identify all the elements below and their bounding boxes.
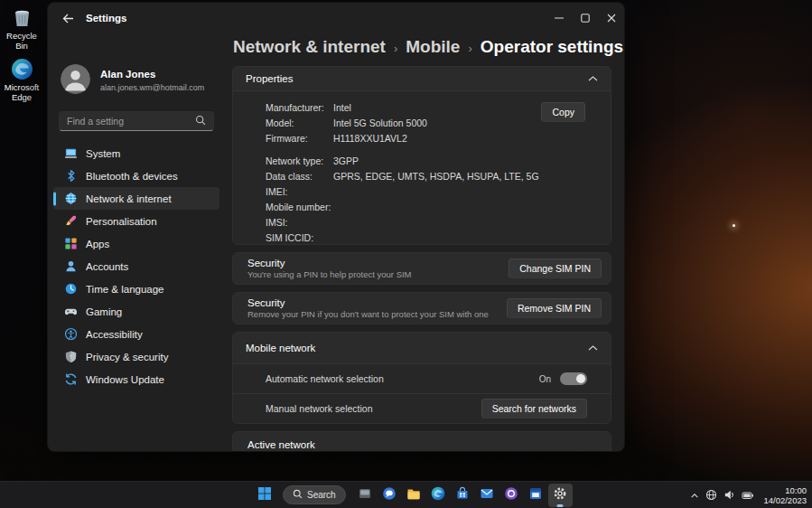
settings-search[interactable]: [59, 111, 214, 131]
store-icon: [455, 486, 470, 504]
user-name[interactable]: Alan Jones: [100, 69, 155, 80]
calendar-icon: [528, 486, 543, 504]
sidebar-item-system[interactable]: System: [53, 142, 219, 165]
edge-button[interactable]: [426, 484, 451, 507]
automatic-network-toggle[interactable]: [560, 372, 587, 385]
search-input[interactable]: [67, 116, 195, 127]
network-globe-icon[interactable]: [705, 489, 717, 501]
start-button[interactable]: [254, 484, 275, 507]
desktop: Recycle Bin Microsoft Edge Settings: [0, 0, 812, 508]
edge-shortcut[interactable]: Microsoft Edge: [0, 58, 43, 102]
sidebar-item-accessibility[interactable]: Accessibility: [53, 323, 219, 345]
desktop-icon-label: Microsoft Edge: [0, 82, 43, 102]
apps-grid-icon: [64, 237, 78, 250]
taskbar-clock[interactable]: 10:00 14/02/2023: [763, 485, 807, 505]
mobile-network-expander-header[interactable]: Mobile network: [233, 333, 611, 363]
breadcrumb-network-internet[interactable]: Network & internet: [233, 37, 386, 57]
security-description: Remove your PIN if you don't want to pro…: [247, 309, 489, 319]
active-network-card: Active network Mobile turned off: [232, 431, 611, 451]
properties-expander-header[interactable]: Properties: [233, 67, 611, 90]
sidebar-item-label: Windows Update: [86, 374, 164, 385]
update-arrows-icon: [64, 372, 78, 386]
clock-icon: [64, 282, 78, 296]
file-explorer-button[interactable]: [402, 484, 426, 507]
search-icon: [195, 113, 206, 129]
breadcrumb-mobile[interactable]: Mobile: [406, 37, 460, 57]
field-label: Data class:: [266, 169, 333, 184]
chat-button[interactable]: [378, 484, 402, 507]
volume-icon[interactable]: [723, 489, 735, 501]
change-sim-pin-button[interactable]: Change SIM PIN: [509, 259, 602, 278]
sidebar-item-network[interactable]: Network & internet: [53, 187, 219, 210]
field-value: H1118XXU1AVL2: [333, 131, 407, 146]
property-row: Mobile number:: [266, 200, 598, 215]
hidden-icons-chevron-icon[interactable]: [690, 492, 699, 499]
field-label: IMSI:: [266, 215, 333, 230]
settings-window: Settings Alan Jones alan.jones.wm@hotmai…: [47, 2, 625, 452]
field-label: Firmware:: [266, 131, 333, 146]
settings-taskbar-button[interactable]: [548, 484, 573, 507]
sidebar-item-label: Accounts: [86, 261, 128, 272]
calendar-button[interactable]: [524, 484, 548, 507]
chat-icon: [382, 486, 397, 504]
user-avatar[interactable]: [61, 64, 90, 94]
security-remove-pin-card: Security Remove your PIN if you don't wa…: [232, 292, 611, 325]
caption-buttons: [546, 3, 624, 33]
store-button[interactable]: [451, 484, 475, 507]
sidebar-item-gaming[interactable]: Gaming: [53, 300, 219, 323]
sidebar-item-windows-update[interactable]: Windows Update: [53, 368, 219, 390]
photos-button[interactable]: [499, 484, 524, 507]
toggle-state-label: On: [539, 374, 551, 384]
sidebar-item-label: Gaming: [86, 306, 122, 317]
property-row: IMSI:: [266, 215, 598, 230]
sidebar-item-label: Accessibility: [86, 329, 143, 340]
recycle-bin-shortcut[interactable]: Recycle Bin: [0, 6, 43, 51]
property-row: Network type:3GPP: [266, 154, 598, 169]
chevron-right-icon: ›: [394, 40, 397, 55]
maximize-button[interactable]: [572, 3, 598, 33]
manual-network-row: Manual network selection Search for netw…: [233, 393, 611, 423]
search-for-networks-button[interactable]: Search for networks: [481, 399, 587, 419]
edge-icon: [431, 486, 445, 504]
settings-sidebar: Alan Jones alan.jones.wm@hotmail.com Sys…: [48, 33, 232, 451]
task-view-button[interactable]: [353, 484, 378, 507]
property-row: Data class:GPRS, EDGE, UMTS, HSDPA, HSUP…: [266, 169, 598, 184]
taskbar-center: Search: [254, 482, 573, 508]
minimize-button[interactable]: [546, 3, 572, 33]
copy-button[interactable]: Copy: [541, 102, 585, 122]
close-button[interactable]: [598, 3, 624, 33]
sidebar-item-bluetooth[interactable]: Bluetooth & devices: [53, 165, 219, 187]
user-email: alan.jones.wm@hotmail.com: [100, 83, 204, 92]
sidebar-item-label: Privacy & security: [86, 352, 168, 362]
taskbar: Search: [0, 481, 812, 508]
photos-icon: [504, 486, 518, 504]
system-tray: 10:00 14/02/2023: [690, 482, 807, 508]
property-row: IMEI:: [266, 184, 598, 200]
gamepad-icon: [64, 305, 78, 318]
sidebar-item-time-language[interactable]: Time & language: [53, 278, 219, 300]
active-network-title: Active network: [247, 439, 596, 450]
field-value: 3GPP: [333, 154, 359, 169]
back-button[interactable]: [55, 7, 80, 29]
security-title: Security: [247, 258, 412, 268]
security-change-pin-card: Security You're using a PIN to help prot…: [232, 252, 611, 285]
globe-icon: [64, 192, 78, 205]
taskbar-search[interactable]: Search: [283, 485, 346, 504]
sidebar-item-privacy[interactable]: Privacy & security: [53, 345, 219, 368]
sidebar-item-apps[interactable]: Apps: [53, 232, 219, 255]
battery-icon[interactable]: [742, 490, 754, 501]
mail-button[interactable]: [475, 484, 499, 507]
remove-sim-pin-button[interactable]: Remove SIM PIN: [507, 298, 602, 318]
sidebar-item-accounts[interactable]: Accounts: [53, 255, 219, 278]
sidebar-item-personalisation[interactable]: Personalisation: [53, 210, 219, 232]
automatic-network-row: Automatic network selection On: [233, 363, 611, 393]
sidebar-nav: System Bluetooth & devices Network & int…: [53, 142, 219, 390]
chevron-up-icon[interactable]: [588, 345, 598, 351]
mail-icon: [480, 486, 494, 504]
sidebar-item-label: Apps: [86, 239, 109, 249]
file-explorer-icon: [406, 486, 421, 504]
clock-date: 14/02/2023: [763, 495, 807, 505]
field-value: Intel: [333, 100, 351, 116]
page-title: Operator settings: [481, 37, 623, 57]
chevron-up-icon[interactable]: [588, 76, 598, 81]
